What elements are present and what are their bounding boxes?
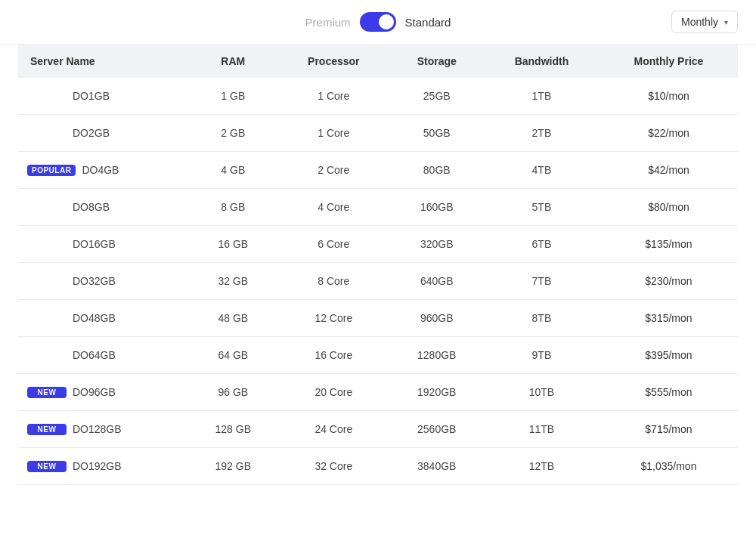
plan-toggle[interactable] (360, 12, 396, 32)
bandwidth-cell: 10TB (484, 374, 600, 411)
table-row[interactable]: NEWDO96GB96 GB20 Core1920GB10TB$555/mon (18, 374, 738, 411)
ram-cell: 48 GB (189, 300, 277, 337)
processor-cell: 4 Core (277, 189, 390, 226)
server-name-cell: xDO2GB (18, 115, 189, 152)
price-cell: $135/mon (600, 226, 738, 263)
popular-badge: POPULAR (27, 165, 76, 176)
col-processor: Processor (277, 45, 390, 78)
col-ram: RAM (189, 45, 277, 78)
storage-cell: 320GB (390, 226, 484, 263)
storage-cell: 80GB (390, 152, 484, 189)
pricing-table-container: Server Name RAM Processor Storage Bandwi… (0, 45, 756, 485)
bandwidth-cell: 11TB (484, 411, 600, 448)
monthly-dropdown[interactable]: Monthly ▾ (671, 11, 738, 33)
processor-cell: 16 Core (277, 337, 390, 374)
table-row[interactable]: NEWDO128GB128 GB24 Core2560GB11TB$715/mo… (18, 411, 738, 448)
server-name: DO32GB (73, 275, 116, 287)
price-cell: $80/mon (600, 189, 738, 226)
processor-cell: 24 Core (277, 411, 390, 448)
pricing-table: Server Name RAM Processor Storage Bandwi… (18, 45, 738, 485)
storage-cell: 160GB (390, 189, 484, 226)
price-cell: $555/mon (600, 374, 738, 411)
server-name-cell: NEWDO128GB (18, 411, 189, 448)
price-cell: $315/mon (600, 300, 738, 337)
server-name: DO192GB (73, 460, 122, 472)
new-badge: NEW (27, 387, 67, 398)
processor-cell: 2 Core (277, 152, 390, 189)
price-cell: $42/mon (600, 152, 738, 189)
table-row[interactable]: xDO64GB64 GB16 Core1280GB9TB$395/mon (18, 337, 738, 374)
standard-label: Standard (405, 16, 451, 29)
monthly-label: Monthly (681, 16, 718, 28)
server-name-cell: xDO48GB (18, 300, 189, 337)
ram-cell: 192 GB (189, 448, 277, 485)
col-price: Monthly Price (600, 45, 738, 78)
toggle-group: Premium Standard (305, 12, 451, 32)
storage-cell: 960GB (390, 300, 484, 337)
price-cell: $1,035/mon (600, 448, 738, 485)
server-name: DO16GB (73, 238, 116, 250)
storage-cell: 3840GB (390, 448, 484, 485)
table-row[interactable]: xDO2GB2 GB1 Core50GB2TB$22/mon (18, 115, 738, 152)
server-name-cell: xDO64GB (18, 337, 189, 374)
server-name-cell: NEWDO96GB (18, 374, 189, 411)
table-row[interactable]: xDO1GB1 GB1 Core25GB1TB$10/mon (18, 78, 738, 115)
server-name: DO96GB (73, 386, 116, 398)
ram-cell: 4 GB (189, 152, 277, 189)
server-name-cell: POPULARDO4GB (18, 152, 189, 189)
server-name: DO1GB (73, 90, 110, 102)
table-header: Server Name RAM Processor Storage Bandwi… (18, 45, 738, 78)
processor-cell: 6 Core (277, 226, 390, 263)
bandwidth-cell: 7TB (484, 263, 600, 300)
storage-cell: 1280GB (390, 337, 484, 374)
server-name-cell: xDO8GB (18, 189, 189, 226)
table-row[interactable]: xDO48GB48 GB12 Core960GB8TB$315/mon (18, 300, 738, 337)
storage-cell: 1920GB (390, 374, 484, 411)
bandwidth-cell: 2TB (484, 115, 600, 152)
storage-cell: 640GB (390, 263, 484, 300)
premium-label: Premium (305, 16, 351, 29)
ram-cell: 8 GB (189, 189, 277, 226)
processor-cell: 20 Core (277, 374, 390, 411)
chevron-down-icon: ▾ (724, 18, 728, 26)
table-row[interactable]: NEWDO192GB192 GB32 Core3840GB12TB$1,035/… (18, 448, 738, 485)
table-body: xDO1GB1 GB1 Core25GB1TB$10/monxDO2GB2 GB… (18, 78, 738, 485)
server-name-cell: xDO1GB (18, 78, 189, 115)
bandwidth-cell: 4TB (484, 152, 600, 189)
top-bar: Premium Standard Monthly ▾ (0, 0, 756, 45)
server-name: DO128GB (73, 423, 122, 435)
bandwidth-cell: 5TB (484, 189, 600, 226)
ram-cell: 32 GB (189, 263, 277, 300)
price-cell: $22/mon (600, 115, 738, 152)
bandwidth-cell: 1TB (484, 78, 600, 115)
server-name-cell: xDO16GB (18, 226, 189, 263)
storage-cell: 2560GB (390, 411, 484, 448)
col-storage: Storage (390, 45, 484, 78)
price-cell: $715/mon (600, 411, 738, 448)
bandwidth-cell: 8TB (484, 300, 600, 337)
table-row[interactable]: POPULARDO4GB4 GB2 Core80GB4TB$42/mon (18, 152, 738, 189)
ram-cell: 96 GB (189, 374, 277, 411)
price-cell: $230/mon (600, 263, 738, 300)
storage-cell: 50GB (390, 115, 484, 152)
processor-cell: 1 Core (277, 115, 390, 152)
bandwidth-cell: 6TB (484, 226, 600, 263)
table-row[interactable]: xDO8GB8 GB4 Core160GB5TB$80/mon (18, 189, 738, 226)
ram-cell: 16 GB (189, 226, 277, 263)
processor-cell: 32 Core (277, 448, 390, 485)
bandwidth-cell: 12TB (484, 448, 600, 485)
processor-cell: 8 Core (277, 263, 390, 300)
server-name-cell: xDO32GB (18, 263, 189, 300)
processor-cell: 1 Core (277, 78, 390, 115)
price-cell: $10/mon (600, 78, 738, 115)
table-row[interactable]: xDO16GB16 GB6 Core320GB6TB$135/mon (18, 226, 738, 263)
server-name: DO4GB (82, 164, 119, 176)
col-server-name: Server Name (18, 45, 189, 78)
server-name: DO64GB (73, 349, 116, 361)
server-name: DO2GB (73, 127, 110, 139)
bandwidth-cell: 9TB (484, 337, 600, 374)
server-name: DO8GB (73, 201, 110, 213)
table-row[interactable]: xDO32GB32 GB8 Core640GB7TB$230/mon (18, 263, 738, 300)
ram-cell: 128 GB (189, 411, 277, 448)
col-bandwidth: Bandwidth (484, 45, 600, 78)
